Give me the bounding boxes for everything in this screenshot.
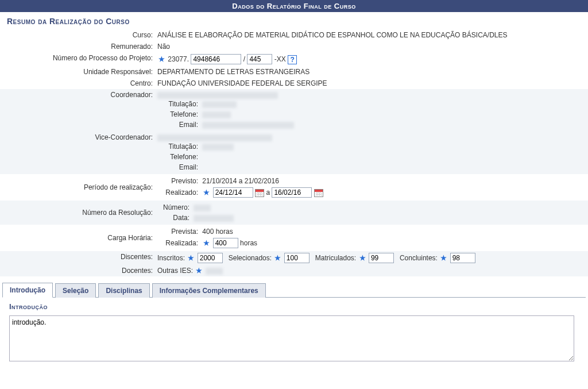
label-telefone-2: Telefone: bbox=[157, 153, 200, 161]
processo-sep: / bbox=[243, 55, 247, 63]
processo-num2-input[interactable] bbox=[247, 54, 272, 64]
periodo-a: a bbox=[266, 188, 272, 197]
label-coordenador: Coordenador: bbox=[0, 89, 155, 132]
label-carga-realizada: Realizada: bbox=[157, 239, 200, 247]
value-centro: FUNDAÇÃO UNIVERSIDADE FEDERAL DE SERGIPE bbox=[155, 78, 588, 89]
titulacao-redacted: xxxxx bbox=[202, 101, 237, 108]
label-curso: Curso: bbox=[0, 29, 155, 41]
label-centro: Centro: bbox=[0, 78, 155, 89]
label-email-2: Email: bbox=[157, 163, 200, 171]
required-star-icon: ★ bbox=[202, 239, 211, 247]
tab-info-complementares[interactable]: Informações Complementares bbox=[152, 283, 266, 298]
required-star-icon: ★ bbox=[157, 55, 166, 63]
required-star-icon: ★ bbox=[439, 254, 448, 262]
label-previsto: Previsto: bbox=[157, 177, 200, 185]
label-concluintes: Concluintes: bbox=[400, 254, 438, 262]
required-star-icon: ★ bbox=[273, 254, 282, 262]
docentes-redacted: xxx bbox=[206, 268, 223, 275]
required-star-icon: ★ bbox=[195, 267, 203, 275]
label-email: Email: bbox=[157, 121, 200, 129]
label-realizado: Realizado: bbox=[157, 188, 200, 197]
label-titulacao: Titulação: bbox=[157, 100, 200, 108]
label-carga-prevista: Prevista: bbox=[157, 228, 200, 236]
required-star-icon: ★ bbox=[358, 254, 367, 262]
tab-selecao[interactable]: Seleção bbox=[55, 283, 96, 298]
value-unidade: DEPARTAMENTO DE LETRAS ESTRANGEIRAS bbox=[155, 66, 588, 78]
label-processo: Número do Processo do Projeto: bbox=[0, 52, 155, 66]
processo-num1-input[interactable] bbox=[191, 54, 241, 64]
processo-prefix: 23077. bbox=[168, 55, 189, 63]
label-resolucao: Número da Resolução: bbox=[0, 201, 155, 225]
introducao-textarea[interactable] bbox=[9, 315, 574, 361]
label-selecionados: Selecionados: bbox=[229, 254, 272, 262]
carga-prevista: 400 horas bbox=[202, 228, 233, 236]
tab-introducao[interactable]: Introdução bbox=[2, 283, 53, 298]
label-telefone: Telefone: bbox=[157, 110, 200, 118]
concluintes-input[interactable] bbox=[450, 253, 475, 263]
periodo-previsto: 21/10/2014 a 21/02/2016 bbox=[202, 177, 278, 185]
help-icon[interactable]: ? bbox=[288, 55, 297, 64]
periodo-ini-input[interactable] bbox=[213, 187, 253, 198]
resolucao-data-redacted: xxxxxxx bbox=[194, 215, 234, 222]
coordenador-redacted: xxxxxxxxxxxxxxx bbox=[157, 92, 278, 99]
calendar-icon[interactable] bbox=[255, 189, 264, 197]
label-titulacao-2: Titulação: bbox=[157, 142, 200, 151]
tab-bar: Introdução Seleção Disciplinas Informaçõ… bbox=[2, 282, 586, 298]
carga-horas-suffix: horas bbox=[240, 239, 257, 247]
panel-header: Dados do Relatório Final de Curso bbox=[0, 0, 588, 12]
label-docentes: Docentes: bbox=[0, 265, 155, 276]
matriculados-input[interactable] bbox=[369, 253, 394, 263]
tab-body-title: Introdução bbox=[0, 298, 588, 313]
required-star-icon: ★ bbox=[187, 254, 195, 262]
inscritos-input[interactable] bbox=[198, 253, 223, 263]
label-outras-ies: Outras IES: bbox=[157, 267, 193, 275]
label-periodo: Período de realização: bbox=[0, 174, 155, 201]
label-remunerado: Remunerado: bbox=[0, 41, 155, 52]
periodo-fim-input[interactable] bbox=[272, 187, 312, 198]
label-inscritos: Inscritos: bbox=[157, 254, 185, 262]
form-table: Curso: ANÁLISE E ELABORAÇÃO DE MATERIAL … bbox=[0, 29, 588, 276]
section-title: Resumo da Realização do Curso bbox=[0, 12, 588, 29]
processo-suffix: -XX bbox=[274, 55, 286, 63]
carga-realizada-input[interactable] bbox=[213, 238, 238, 248]
label-resolucao-data: Data: bbox=[157, 214, 192, 222]
calendar-icon[interactable] bbox=[314, 189, 323, 197]
required-star-icon: ★ bbox=[202, 188, 211, 197]
resolucao-num-redacted: xxx bbox=[194, 205, 211, 211]
label-unidade: Unidade Responsável: bbox=[0, 66, 155, 78]
selecionados-input[interactable] bbox=[284, 253, 310, 263]
label-vicecoord: Vice-Coordenador: bbox=[0, 132, 155, 174]
label-discentes: Discentes: bbox=[0, 251, 155, 265]
value-curso: ANÁLISE E ELABORAÇÃO DE MATERIAL DIDÁTIC… bbox=[155, 29, 588, 41]
label-matriculados: Matriculados: bbox=[315, 254, 356, 262]
email-redacted: xxxxxxxxxxx bbox=[202, 122, 294, 129]
label-carga: Carga Horária: bbox=[0, 225, 155, 251]
telefone-redacted: xxxxx bbox=[202, 111, 231, 118]
value-remunerado: Não bbox=[155, 41, 588, 52]
label-resolucao-numero: Número: bbox=[157, 203, 192, 211]
vicecoord-redacted: xxxxxxxxxxxxxx bbox=[157, 134, 272, 141]
titulacao2-redacted: xxxxx bbox=[202, 144, 234, 151]
tab-disciplinas[interactable]: Disciplinas bbox=[98, 283, 149, 298]
